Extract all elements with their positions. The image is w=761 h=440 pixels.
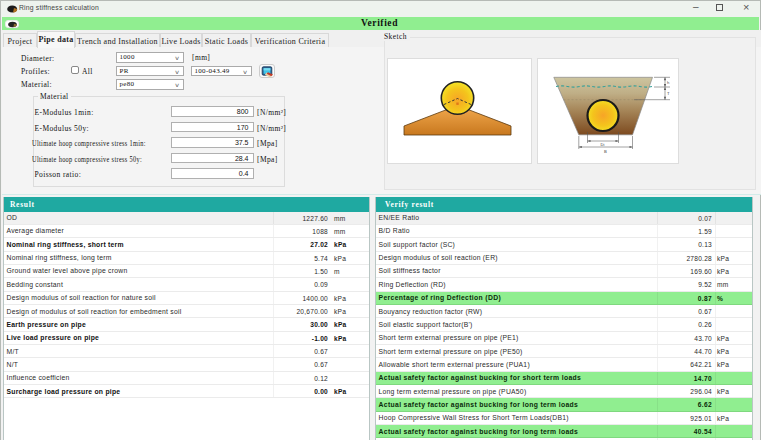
- svg-text:h: h: [667, 79, 670, 84]
- svg-text:Di: Di: [601, 142, 605, 147]
- svg-text:T: T: [667, 91, 670, 96]
- svg-text:B: B: [604, 148, 607, 153]
